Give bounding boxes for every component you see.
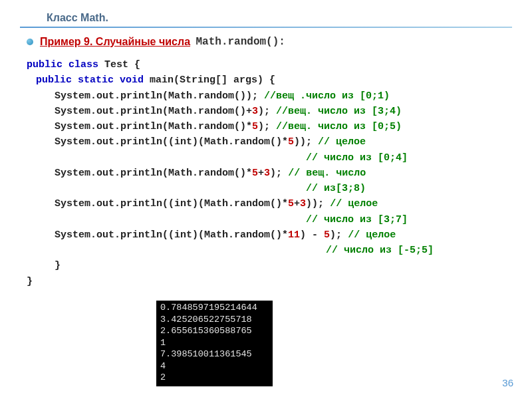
- example-heading: Пример 9. Случайные числа Math.random():: [20, 36, 512, 48]
- output-line: 7.398510011361545: [160, 348, 269, 360]
- output-line: 2: [160, 372, 269, 384]
- output-line: 3.425206522755718: [160, 314, 269, 326]
- console-output: 0.7848597195214644 3.425206522755718 2.6…: [156, 301, 273, 386]
- code-line: }: [27, 258, 512, 273]
- code-block: public class Test { public static void m…: [20, 57, 512, 289]
- code-line: System.out.println(Math.random()*5); //в…: [27, 119, 512, 134]
- code-comment: // число из [3;7]: [27, 212, 512, 227]
- slide-container: Класс Math. Пример 9. Случайные числа Ma…: [0, 0, 532, 399]
- code-comment: // число из [-5;5]: [27, 243, 512, 258]
- code-line: public class Test {: [27, 57, 512, 72]
- slide-title: Класс Math.: [20, 12, 512, 24]
- code-line: System.out.println((int)(Math.random()*5…: [27, 196, 512, 211]
- page-number: 36: [502, 377, 513, 388]
- example-label: Пример 9. Случайные числа: [40, 36, 190, 48]
- code-comment: // из[3;8): [27, 181, 512, 196]
- code-line: System.out.println(Math.random()*5+3); /…: [27, 166, 512, 181]
- example-function: Math.random():: [196, 36, 285, 48]
- output-line: 0.7848597195214644: [160, 302, 269, 314]
- code-line: System.out.println(Math.random()+3); //в…: [27, 104, 512, 119]
- title-underline: [20, 27, 512, 28]
- code-line: System.out.println((int)(Math.random()*1…: [27, 227, 512, 243]
- code-line: public static void main(String[] args) {: [27, 72, 512, 88]
- code-line: System.out.println((int)(Math.random()*5…: [27, 134, 512, 150]
- output-line: 2.655615360588765: [160, 325, 269, 337]
- output-line: 1: [160, 337, 269, 349]
- output-line: 4: [160, 360, 269, 372]
- code-line: }: [27, 274, 512, 289]
- code-line: System.out.println(Math.random()); //вещ…: [27, 88, 512, 104]
- code-comment: // число из [0;4]: [27, 150, 512, 166]
- bullet-icon: [27, 39, 33, 45]
